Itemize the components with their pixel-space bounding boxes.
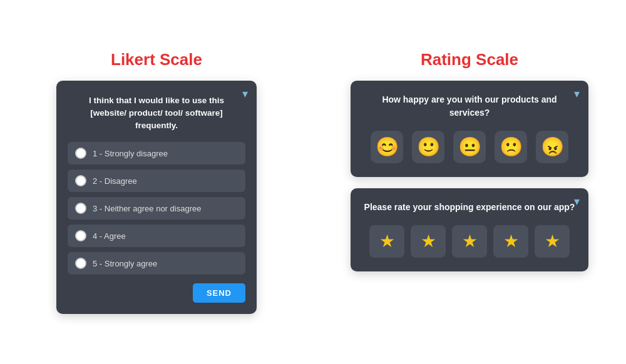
star-row: ★★★★★ xyxy=(362,225,577,258)
send-button[interactable]: SEND xyxy=(193,283,245,303)
likert-option-2[interactable]: 2 - Disagree xyxy=(68,169,245,192)
radio-circle-5 xyxy=(75,258,86,269)
send-btn-row: SEND xyxy=(68,283,245,303)
radio-circle-3 xyxy=(75,203,86,214)
rating-title: Rating Scale xyxy=(421,50,518,69)
main-container: Likert Scale ▾ I think that I would like… xyxy=(13,38,613,327)
likert-option-5[interactable]: 5 - Strongly agree xyxy=(68,252,245,275)
star-question: Please rate your shopping experience on … xyxy=(362,201,577,214)
radio-circle-2 xyxy=(75,175,86,186)
radio-circle-1 xyxy=(75,148,86,159)
emoji-row: 😊🙂😐🙁😠 xyxy=(362,131,577,163)
star-dropdown-arrow[interactable]: ▾ xyxy=(574,195,580,208)
emoji-face-2[interactable]: 😐 xyxy=(453,131,486,163)
option-label-2: 2 - Disagree xyxy=(93,176,137,186)
radio-circle-4 xyxy=(75,230,86,241)
emoji-rating-card: ▾ How happy are you with our products an… xyxy=(351,81,588,177)
option-label-5: 5 - Strongly agree xyxy=(93,259,157,268)
emoji-face-0[interactable]: 😊 xyxy=(371,131,403,163)
star-item-4[interactable]: ★ xyxy=(493,225,528,258)
star-item-3[interactable]: ★ xyxy=(452,225,487,258)
star-item-1[interactable]: ★ xyxy=(369,225,404,258)
option-label-3: 3 - Neither agree nor disagree xyxy=(93,204,201,213)
likert-section: Likert Scale ▾ I think that I would like… xyxy=(13,50,300,315)
likert-title: Likert Scale xyxy=(111,50,202,69)
star-rating-card: ▾ Please rate your shopping experience o… xyxy=(351,188,588,271)
emoji-face-4[interactable]: 😠 xyxy=(536,131,568,163)
likert-option-1[interactable]: 1 - Strongly disagree xyxy=(68,142,245,164)
emoji-question: How happy are you with our products and … xyxy=(362,93,577,119)
option-label-1: 1 - Strongly disagree xyxy=(93,149,168,158)
option-label-4: 4 - Agree xyxy=(93,231,126,241)
rating-cards-container: ▾ How happy are you with our products an… xyxy=(351,81,588,271)
likert-question: I think that I would like to use this [w… xyxy=(68,94,245,133)
star-item-2[interactable]: ★ xyxy=(411,225,446,258)
star-item-5[interactable]: ★ xyxy=(535,225,570,258)
likert-card: ▾ I think that I would like to use this … xyxy=(56,81,257,315)
emoji-face-1[interactable]: 🙂 xyxy=(412,131,444,163)
likert-dropdown-arrow[interactable]: ▾ xyxy=(242,87,248,101)
likert-option-4[interactable]: 4 - Agree xyxy=(68,225,245,247)
emoji-face-3[interactable]: 🙁 xyxy=(495,131,527,163)
likert-options-list: 1 - Strongly disagree 2 - Disagree 3 - N… xyxy=(68,142,245,275)
rating-section: Rating Scale ▾ How happy are you with ou… xyxy=(326,50,613,271)
emoji-dropdown-arrow[interactable]: ▾ xyxy=(574,87,580,101)
likert-option-3[interactable]: 3 - Neither agree nor disagree xyxy=(68,197,245,220)
